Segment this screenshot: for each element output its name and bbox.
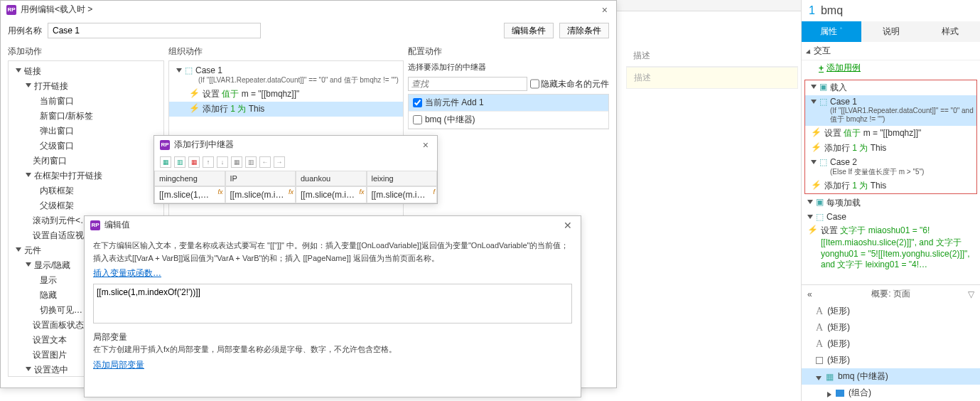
configure-action-header: 配置动作 xyxy=(408,46,609,60)
delete-icon[interactable]: ▦ xyxy=(188,156,200,168)
down-icon[interactable]: ↓ xyxy=(217,156,228,168)
hide-unnamed-checkbox[interactable] xyxy=(530,77,539,91)
outline-item[interactable]: A(矩形) xyxy=(802,319,980,336)
case-name-input[interactable] xyxy=(48,23,261,38)
add-case-link[interactable]: 添加用例 xyxy=(802,60,980,75)
add-action-header: 添加动作 xyxy=(8,46,164,60)
rp-icon: RP xyxy=(6,5,16,15)
tool-icon[interactable]: ▦ xyxy=(231,156,242,168)
add-rows-dialog: RP 添加行到中继器 × ▦ ▥ ▦ ↑ ↓ ▦ ▥ ← → mingcheng… xyxy=(154,135,438,204)
close-icon[interactable]: ✕ xyxy=(561,220,575,231)
localvar-header: 局部变量 xyxy=(93,331,572,343)
edit-hint: 在下方编辑区输入文本，变量名称或表达式要写在 "[["]]" 中。例如：插入变量… xyxy=(93,240,572,264)
grid-cell[interactable]: [[m.slice(m.i…fx xyxy=(296,186,367,203)
up-icon[interactable]: ↑ xyxy=(203,156,214,168)
tool-icon[interactable]: ← xyxy=(259,156,271,168)
widget-name[interactable]: bmq xyxy=(821,4,843,17)
tool-icon[interactable]: ▥ xyxy=(245,156,257,168)
grid-cell[interactable]: [[m.slice(1,…fx xyxy=(154,186,225,203)
organize-action-header: 组织动作 xyxy=(168,46,404,60)
outline-item[interactable]: A(矩形) xyxy=(802,303,980,319)
page-outline[interactable]: A(矩形) A(矩形) A(矩形) (矩形) ▦bmq (中继器) (组合) xyxy=(802,303,980,401)
case-dialog-title: 用例编辑<载入时 > xyxy=(21,4,92,16)
tool-icon[interactable]: → xyxy=(274,156,285,168)
outline-item[interactable]: ▦bmq (中继器) xyxy=(802,368,980,385)
add-rows-title: 添加行到中继器 xyxy=(174,139,234,151)
add-localvar-link[interactable]: 添加局部变量 xyxy=(93,359,144,371)
describe-panel: 描述 描述 xyxy=(623,43,801,92)
rp-icon: RP xyxy=(90,220,100,230)
value-textarea[interactable]: [[m.slice(1,m.indexOf('2!'))]] xyxy=(93,284,572,324)
inspector-tabs: 属性 * 说明 样式 xyxy=(802,21,980,42)
edit-value-dialog: RP 编辑值 ✕ 在下方编辑区输入文本，变量名称或表达式要写在 "[["]]" … xyxy=(84,215,581,397)
grid-cell[interactable]: [[m.slice(m.i…f xyxy=(367,186,438,203)
interactions-section[interactable]: 交互 xyxy=(802,42,980,60)
repeater-item[interactable]: 当前元件 Add 1 xyxy=(409,95,608,112)
select-repeater-label: 选择要添加行的中继器 xyxy=(408,60,609,74)
item-checkbox[interactable] xyxy=(413,115,422,124)
edit-condition-button[interactable]: 编辑条件 xyxy=(504,23,554,38)
outline-item[interactable]: (组合) xyxy=(802,385,980,401)
edit-value-title: 编辑值 xyxy=(104,219,130,231)
repeater-list: 当前元件 Add 1 bmq (中继器) xyxy=(408,94,609,129)
tab-notes[interactable]: 说明 xyxy=(861,21,921,42)
rows-grid[interactable]: mingcheng IP duankou leixing [[m.slice(1… xyxy=(154,171,437,203)
search-input[interactable] xyxy=(408,77,527,91)
tab-properties[interactable]: 属性 * xyxy=(802,21,861,42)
grid-cell[interactable]: [[m.slice(m.i…fx xyxy=(225,186,296,203)
outline-header[interactable]: « 概要: 页面 ▽ xyxy=(802,284,980,303)
close-icon[interactable]: × xyxy=(599,4,610,16)
clear-condition-button[interactable]: 清除条件 xyxy=(559,23,609,38)
describe-field[interactable]: 描述 xyxy=(626,67,798,89)
outline-item[interactable]: A(矩形) xyxy=(802,336,980,352)
repeater-item[interactable]: bmq (中继器) xyxy=(409,112,608,129)
add-col-icon[interactable]: ▥ xyxy=(174,156,185,168)
inspector-panel: 1 bmq 属性 * 说明 样式 交互 添加用例 ▣载入 ⬚ Case 1(If… xyxy=(801,0,980,401)
rp-icon: RP xyxy=(160,140,170,150)
insert-var-link[interactable]: 插入变量或函数… xyxy=(93,267,161,279)
widget-index: 1 xyxy=(809,4,815,17)
describe-label: 描述 xyxy=(626,46,798,67)
grid-toolbar: ▦ ▥ ▦ ↑ ↓ ▦ ▥ ← → xyxy=(154,154,437,171)
item-checkbox[interactable] xyxy=(413,98,422,107)
tab-style[interactable]: 样式 xyxy=(920,21,980,42)
localvar-hint: 在下方创建用于插入fx的局部变量，局部变量名称必须是字母、数字，不允许包含空格。 xyxy=(93,343,572,356)
outline-item[interactable]: (矩形) xyxy=(802,352,980,368)
close-icon[interactable]: × xyxy=(420,139,431,151)
add-row-icon[interactable]: ▦ xyxy=(160,156,171,168)
case-name-label: 用例名称 xyxy=(8,25,42,37)
interactions-tree[interactable]: ▣载入 ⬚ Case 1(If "[[LVAR1.Repeater.dataCo… xyxy=(802,75,980,284)
